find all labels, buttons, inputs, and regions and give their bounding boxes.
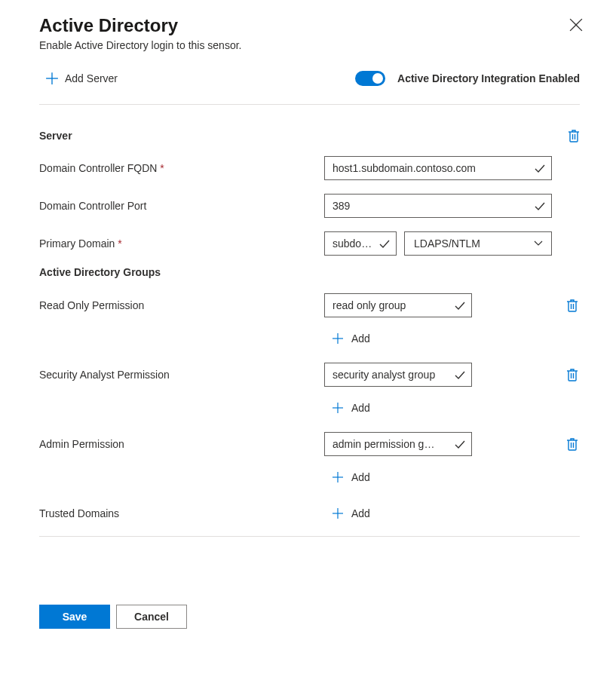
port-input[interactable] <box>324 194 552 218</box>
integration-toggle-label: Active Directory Integration Enabled <box>397 72 580 84</box>
groups-section-title: Active Directory Groups <box>39 266 580 278</box>
add-server-button[interactable]: Add Server <box>45 72 118 85</box>
fqdn-row: Domain Controller FQDN <box>39 156 580 180</box>
close-icon <box>569 18 583 32</box>
primary-domain-input-wrap <box>324 231 397 256</box>
trash-icon <box>566 368 578 381</box>
trash-icon <box>568 129 580 142</box>
auth-method-select[interactable]: LDAPS/NTLM <box>404 231 552 256</box>
footer: Save Cancel <box>39 605 580 629</box>
admin-group-input-wrap: admin permission g… <box>324 432 472 456</box>
close-button[interactable] <box>569 18 583 32</box>
add-label: Add <box>351 402 370 414</box>
integration-toggle-wrap: Active Directory Integration Enabled <box>355 71 580 86</box>
port-label: Domain Controller Port <box>39 200 324 212</box>
readonly-group-input-wrap: read only group <box>324 293 472 317</box>
add-readonly-group-button[interactable]: Add <box>324 329 580 348</box>
panel-header: Active Directory Enable Active Directory… <box>39 15 580 51</box>
analyst-permission-label: Security Analyst Permission <box>39 369 324 381</box>
cancel-button[interactable]: Cancel <box>116 605 187 629</box>
readonly-group-input[interactable]: read only group <box>324 293 472 317</box>
primary-domain-row: Primary Domain LDAPS/NTLM <box>39 231 580 256</box>
analyst-group-input[interactable]: security analyst group <box>324 363 472 387</box>
fqdn-input[interactable] <box>324 156 552 180</box>
primary-domain-input[interactable] <box>324 231 397 256</box>
delete-readonly-group-button[interactable] <box>566 299 578 312</box>
fqdn-input-wrap <box>324 156 552 180</box>
port-row: Domain Controller Port <box>39 194 580 218</box>
delete-admin-group-button[interactable] <box>566 437 578 451</box>
delete-analyst-group-button[interactable] <box>566 368 578 381</box>
server-section-header: Server <box>39 129 580 142</box>
admin-group-input[interactable]: admin permission g… <box>324 432 472 456</box>
add-label: Add <box>351 507 370 519</box>
plus-icon <box>332 471 344 483</box>
panel-title: Active Directory <box>39 15 580 36</box>
primary-domain-inputs: LDAPS/NTLM <box>324 231 552 256</box>
trusted-domains-label: Trusted Domains <box>39 507 324 519</box>
add-label: Add <box>351 471 370 483</box>
analyst-group-input-wrap: security analyst group <box>324 363 472 387</box>
readonly-permission-row: Read Only Permission read only group <box>39 293 580 317</box>
add-server-label: Add Server <box>65 72 118 84</box>
readonly-permission-label: Read Only Permission <box>39 299 324 311</box>
server-section-title: Server <box>39 130 72 142</box>
port-input-wrap <box>324 194 552 218</box>
trash-icon <box>566 437 578 451</box>
add-label: Add <box>351 332 370 345</box>
plus-icon <box>45 72 59 85</box>
auth-method-value: LDAPS/NTLM <box>414 237 480 250</box>
admin-permission-row: Admin Permission admin permission g… <box>39 432 580 456</box>
integration-toggle[interactable] <box>355 71 385 86</box>
auth-method-select-wrap: LDAPS/NTLM <box>404 231 552 256</box>
plus-icon <box>332 507 344 519</box>
trusted-domains-row: Trusted Domains Add <box>39 504 580 537</box>
panel-subtitle: Enable Active Directory login to this se… <box>39 39 580 51</box>
toolbar-row: Add Server Active Directory Integration … <box>39 71 580 105</box>
add-admin-group-button[interactable]: Add <box>324 468 580 486</box>
trash-icon <box>566 299 578 312</box>
save-button[interactable]: Save <box>39 605 110 629</box>
plus-icon <box>332 402 344 414</box>
primary-domain-label: Primary Domain <box>39 237 324 250</box>
add-analyst-group-button[interactable]: Add <box>324 399 580 417</box>
fqdn-label: Domain Controller FQDN <box>39 162 324 174</box>
admin-permission-label: Admin Permission <box>39 438 324 450</box>
readonly-group-value: read only group <box>333 299 406 311</box>
analyst-group-value: security analyst group <box>333 369 435 381</box>
admin-group-value: admin permission g… <box>333 438 434 450</box>
plus-icon <box>332 332 344 345</box>
analyst-permission-row: Security Analyst Permission security ana… <box>39 363 580 387</box>
delete-server-button[interactable] <box>568 129 580 142</box>
add-trusted-domain-button[interactable]: Add <box>324 504 378 522</box>
